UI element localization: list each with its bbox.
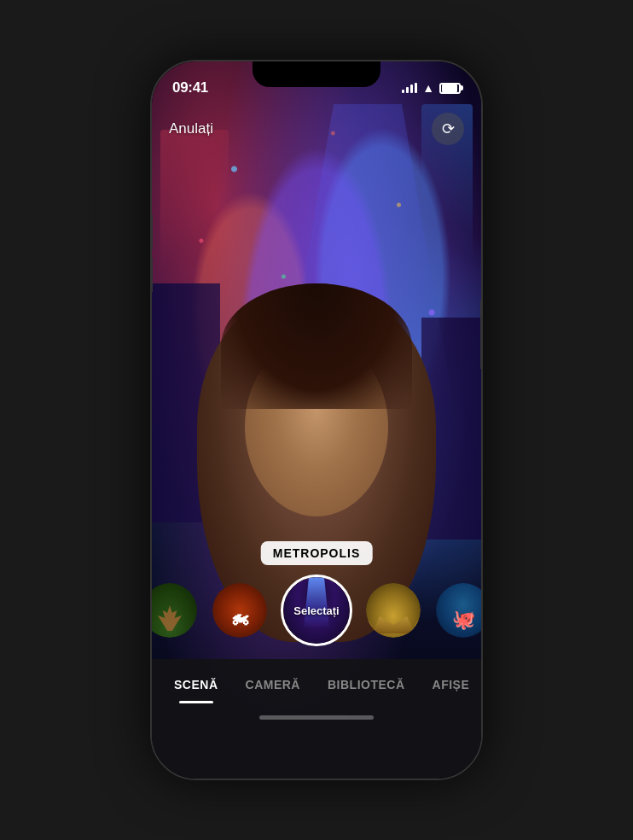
status-icons: ▲: [402, 81, 461, 95]
notch: [253, 61, 380, 87]
scene-thumb-metropolis[interactable]: Selectați: [281, 575, 352, 646]
moto-icon: 🏍: [230, 607, 249, 629]
tab-library[interactable]: BIBLIOTECĂ: [314, 674, 419, 695]
scenes-row: 🏍 Selectați 🐙: [152, 575, 481, 646]
scene-thumb-bridge[interactable]: [364, 581, 422, 639]
tabs: SCENĂ CAMERĂ BIBLIOTECĂ AFIȘE: [152, 659, 481, 702]
battery-icon: [439, 83, 461, 94]
neon-glow-left: [160, 130, 229, 300]
scene-thumb-sea[interactable]: 🐙: [434, 581, 483, 639]
signal-bar-4: [415, 83, 417, 93]
signal-bar-2: [406, 87, 409, 93]
scene-label: METROPOLIS: [261, 541, 373, 565]
volume-up-button[interactable]: [150, 215, 153, 249]
fish-icon: 🐙: [452, 609, 475, 631]
tab-scene[interactable]: SCENĂ: [160, 674, 232, 695]
scene-moto-preview: 🏍: [212, 583, 267, 638]
tab-camera[interactable]: CAMERĂ: [232, 674, 314, 695]
scene-metro-preview: Selectați: [283, 577, 350, 644]
home-indicator: [259, 715, 374, 720]
tab-bar: SCENĂ CAMERĂ BIBLIOTECĂ AFIȘE: [152, 659, 481, 779]
scene-thumb-moto[interactable]: 🏍: [211, 581, 269, 639]
battery-fill: [442, 85, 457, 92]
deer-icon: [158, 605, 182, 631]
tab-camera-label: CAMERĂ: [246, 678, 300, 691]
scene-sea-preview: 🐙: [436, 583, 483, 638]
side-button[interactable]: [480, 300, 483, 369]
scene-select-label: Selectați: [293, 604, 339, 617]
bridge-icon: [366, 612, 421, 633]
tab-posters[interactable]: AFIȘE: [419, 674, 483, 695]
scene-bridge-preview: [366, 583, 421, 638]
signal-icon: [402, 83, 417, 93]
phone-frame: 09:41 ▲ Anulați ⟳ METROPOLIS: [150, 60, 483, 780]
signal-bar-3: [410, 85, 413, 93]
tab-posters-label: AFIȘE: [433, 678, 470, 691]
volume-down-button[interactable]: [150, 258, 153, 292]
flip-camera-icon: ⟳: [442, 120, 455, 138]
status-time: 09:41: [172, 79, 208, 96]
tab-scene-label: SCENĂ: [174, 678, 218, 691]
tab-library-label: BIBLIOTECĂ: [328, 678, 405, 691]
wifi-icon: ▲: [422, 81, 434, 95]
tab-scene-indicator: [179, 701, 213, 703]
metro-beam: [304, 577, 329, 628]
cancel-button[interactable]: Anulați: [169, 120, 213, 137]
signal-bar-1: [402, 90, 404, 93]
top-controls: Anulați ⟳: [152, 104, 481, 154]
flip-camera-button[interactable]: ⟳: [432, 113, 464, 145]
scene-forest-preview: [150, 583, 197, 638]
scene-thumb-forest[interactable]: [150, 581, 199, 639]
